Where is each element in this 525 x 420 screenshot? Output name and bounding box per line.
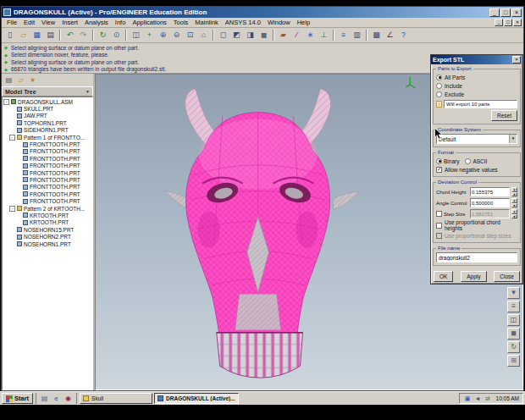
tree-expander-icon[interactable]: - xyxy=(9,206,15,212)
tree-expander-icon[interactable] xyxy=(9,113,15,119)
tree-item[interactable]: - DRAGONSKULL.ASM xyxy=(3,98,92,105)
chord-height-input[interactable]: 0.155375 xyxy=(470,187,510,196)
open-file-icon[interactable]: ▱ xyxy=(17,29,30,41)
tree-item[interactable]: FRONTTOOTH.PRT xyxy=(3,141,92,147)
spin-mode-icon[interactable]: ↻ xyxy=(507,341,520,353)
tree-item[interactable]: FRONTTOOTH.PRT xyxy=(3,155,92,162)
tree-expander-icon[interactable] xyxy=(15,163,21,169)
apply-button[interactable]: Apply xyxy=(461,271,486,282)
datum-points-toggle-icon[interactable]: ∗ xyxy=(304,29,317,41)
media-player-icon[interactable]: ◉ xyxy=(63,394,74,404)
menu-item[interactable]: Info xyxy=(112,19,130,26)
tree-expander-icon[interactable] xyxy=(15,219,21,225)
dialog-title-bar[interactable]: Export STL × xyxy=(431,55,522,64)
allow-negative-checkbox[interactable]: Allow negative values xyxy=(436,165,517,174)
minimize-button[interactable]: _ xyxy=(489,8,500,17)
zoom-region-icon[interactable]: ⊞ xyxy=(507,355,520,367)
csys-toggle-icon[interactable]: ⊥ xyxy=(318,29,330,41)
tree-item[interactable]: NOSEHORN15.PRT xyxy=(3,226,92,233)
taskbar-task-button[interactable]: DRAGONSKULL (Active)... xyxy=(154,393,239,404)
menu-item[interactable]: Window xyxy=(264,19,294,26)
close-button[interactable]: Close xyxy=(494,271,520,282)
datum-axes-toggle-icon[interactable]: ∕ xyxy=(290,29,303,41)
angle-control-input[interactable]: 0.500000 xyxy=(470,198,510,207)
redo-icon[interactable]: ↷ xyxy=(77,29,90,41)
spin-down-icon[interactable]: ▼ xyxy=(511,192,517,197)
mdi-close-button[interactable]: × xyxy=(513,19,522,26)
render-mode-icon[interactable]: ◼ xyxy=(507,328,520,340)
tree-item[interactable]: - Pattern 1 of FRONTTO... xyxy=(3,134,92,141)
zoom-in-icon[interactable]: ⊕ xyxy=(157,29,169,41)
menu-item[interactable]: ANSYS 14.0 xyxy=(222,19,264,26)
tree-expander-icon[interactable] xyxy=(15,177,21,183)
tree-item[interactable]: NOSEHORN1.PRT xyxy=(3,240,92,247)
coordinate-system-select[interactable]: Default ▼ xyxy=(436,134,517,144)
angle-control-spinner[interactable]: ▲ ▼ xyxy=(511,198,517,207)
taskbar-task-button[interactable]: Skull xyxy=(80,393,152,404)
spin-down-icon[interactable]: ▼ xyxy=(511,203,517,208)
model-tree-toggle-icon[interactable]: ≡ xyxy=(337,29,350,41)
tree-item[interactable]: FRONTTOOTH.PRT xyxy=(3,184,92,191)
tree-expander-icon[interactable]: - xyxy=(9,135,15,141)
hidden-line-display-icon[interactable]: ◩ xyxy=(230,29,243,41)
tree-item[interactable]: FRONTTOOTH.PRT xyxy=(3,191,92,197)
radio-include[interactable]: Include xyxy=(436,81,517,90)
tree-item[interactable]: SIDEHORN1.PRT xyxy=(3,127,92,134)
tree-expander-icon[interactable]: - xyxy=(3,99,9,105)
tree-expander-icon[interactable] xyxy=(9,234,15,240)
reset-button[interactable]: Reset xyxy=(491,110,517,121)
tree-expander-icon[interactable] xyxy=(15,156,21,162)
tree-item[interactable]: KRTOOTH.PRT xyxy=(3,219,92,226)
layer-display-icon[interactable]: ≡ xyxy=(507,301,520,312)
menu-item[interactable]: Tools xyxy=(170,19,192,26)
chord-height-spinner[interactable]: ▲ ▼ xyxy=(511,187,517,196)
tree-expander-icon[interactable] xyxy=(15,191,21,197)
tree-expander-icon[interactable] xyxy=(15,148,21,154)
tree-item[interactable]: FRONTTOOTH.PRT xyxy=(3,169,92,176)
context-help-icon[interactable]: ? xyxy=(397,29,410,41)
dialog-close-icon[interactable]: × xyxy=(512,56,521,64)
step-size-checkbox[interactable] xyxy=(436,211,442,217)
regenerate-icon[interactable]: ↻ xyxy=(97,29,109,41)
menu-item[interactable]: View xyxy=(38,19,58,26)
tree-columns-icon[interactable]: ▤ xyxy=(3,75,14,86)
layers-icon[interactable]: ▥ xyxy=(351,29,363,41)
repaint-icon[interactable]: ◫ xyxy=(130,29,142,41)
favorites-icon[interactable]: ★ xyxy=(27,75,38,86)
mdi-restore-button[interactable]: □ xyxy=(504,19,512,26)
new-file-icon[interactable]: ▯ xyxy=(3,29,16,41)
mesh-tool-icon[interactable]: ▩ xyxy=(370,29,383,41)
view-manager-icon[interactable]: ◫ xyxy=(507,314,520,326)
menu-item[interactable]: File xyxy=(3,19,20,26)
proportional-chord-checkbox[interactable]: Use proportional chord heights xyxy=(436,219,517,231)
volume-icon[interactable]: ◄ xyxy=(473,394,483,403)
mdi-minimize-button[interactable]: _ xyxy=(495,19,503,26)
saved-view-list-icon[interactable]: ▼ xyxy=(507,287,520,299)
tree-expander-icon[interactable] xyxy=(15,141,21,147)
tree-expander-icon[interactable] xyxy=(15,184,21,190)
tree-expander-icon[interactable] xyxy=(15,198,21,204)
tree-item[interactable]: NOSEHORN2.PRT xyxy=(3,233,92,240)
tree-expander-icon[interactable] xyxy=(9,227,15,233)
display-settings-icon[interactable]: ▣ xyxy=(463,394,472,403)
menu-item[interactable]: Applications xyxy=(129,19,169,26)
show-desktop-icon[interactable]: ▤ xyxy=(39,394,50,404)
ok-button[interactable]: OK xyxy=(434,271,453,282)
start-button[interactable]: Start xyxy=(2,393,33,404)
close-button[interactable]: × xyxy=(511,8,522,17)
menu-item[interactable]: Analysis xyxy=(81,19,112,26)
model-tree-header[interactable]: Model Tree ▼ xyxy=(2,86,93,97)
menu-item[interactable]: Insert xyxy=(58,19,81,26)
print-icon[interactable]: ▤ xyxy=(44,29,57,41)
folder-browser-icon[interactable]: ▱ xyxy=(15,75,26,86)
analysis-tool-icon[interactable]: ∠ xyxy=(384,29,396,41)
named-views-icon[interactable]: ⌂ xyxy=(197,29,210,41)
tree-item[interactable]: KRTOOTH.PRT xyxy=(3,212,92,218)
file-name-input[interactable] xyxy=(436,252,517,262)
menu-item[interactable]: Mainlink xyxy=(191,19,222,26)
tree-expander-icon[interactable] xyxy=(9,241,15,247)
maximize-button[interactable]: □ xyxy=(500,8,511,17)
internet-explorer-icon[interactable]: e xyxy=(51,394,62,404)
tree-item[interactable]: FRONTTOOTH.PRT xyxy=(3,197,92,204)
radio-all-parts[interactable]: All Parts xyxy=(436,73,517,81)
